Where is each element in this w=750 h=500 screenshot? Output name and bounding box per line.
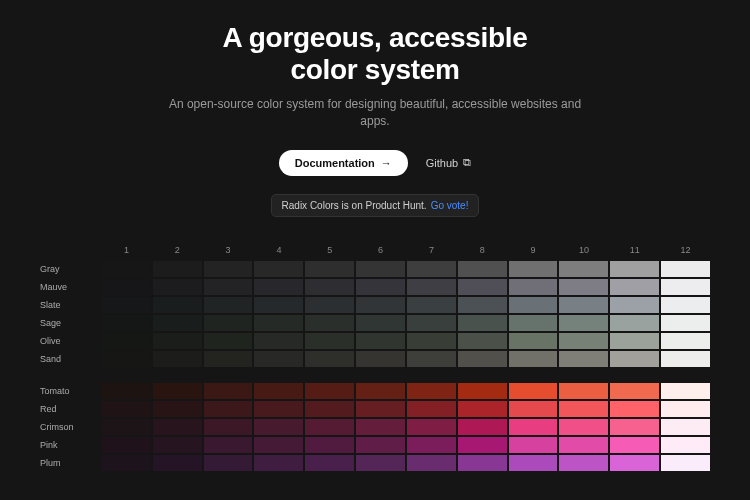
color-swatch[interactable] <box>559 419 608 435</box>
color-swatch[interactable] <box>509 297 558 313</box>
github-button[interactable]: Github ⧉ <box>426 156 471 169</box>
color-swatch[interactable] <box>153 333 202 349</box>
color-swatch[interactable] <box>661 261 710 277</box>
color-swatch[interactable] <box>204 419 253 435</box>
color-swatch[interactable] <box>407 401 456 417</box>
color-swatch[interactable] <box>559 315 608 331</box>
color-swatch[interactable] <box>559 383 608 399</box>
color-swatch[interactable] <box>305 333 354 349</box>
color-swatch[interactable] <box>610 401 659 417</box>
color-swatch[interactable] <box>305 455 354 471</box>
color-swatch[interactable] <box>610 419 659 435</box>
color-swatch[interactable] <box>204 383 253 399</box>
color-swatch[interactable] <box>102 455 151 471</box>
color-swatch[interactable] <box>458 279 507 295</box>
color-swatch[interactable] <box>305 401 354 417</box>
color-swatch[interactable] <box>458 297 507 313</box>
color-swatch[interactable] <box>305 419 354 435</box>
color-swatch[interactable] <box>102 315 151 331</box>
color-swatch[interactable] <box>356 315 405 331</box>
color-swatch[interactable] <box>356 383 405 399</box>
color-swatch[interactable] <box>102 437 151 453</box>
color-swatch[interactable] <box>610 297 659 313</box>
color-swatch[interactable] <box>102 333 151 349</box>
color-swatch[interactable] <box>102 383 151 399</box>
color-swatch[interactable] <box>407 351 456 367</box>
color-swatch[interactable] <box>204 455 253 471</box>
color-swatch[interactable] <box>356 437 405 453</box>
color-swatch[interactable] <box>254 261 303 277</box>
color-swatch[interactable] <box>559 333 608 349</box>
color-swatch[interactable] <box>356 419 405 435</box>
color-swatch[interactable] <box>102 261 151 277</box>
color-swatch[interactable] <box>509 419 558 435</box>
color-swatch[interactable] <box>153 455 202 471</box>
color-swatch[interactable] <box>153 315 202 331</box>
color-swatch[interactable] <box>305 279 354 295</box>
color-swatch[interactable] <box>356 279 405 295</box>
color-swatch[interactable] <box>305 261 354 277</box>
color-swatch[interactable] <box>153 279 202 295</box>
color-swatch[interactable] <box>407 419 456 435</box>
color-swatch[interactable] <box>458 333 507 349</box>
color-swatch[interactable] <box>204 333 253 349</box>
color-swatch[interactable] <box>102 297 151 313</box>
color-swatch[interactable] <box>610 351 659 367</box>
color-swatch[interactable] <box>356 333 405 349</box>
color-swatch[interactable] <box>610 455 659 471</box>
color-swatch[interactable] <box>661 315 710 331</box>
color-swatch[interactable] <box>559 261 608 277</box>
color-swatch[interactable] <box>153 297 202 313</box>
color-swatch[interactable] <box>102 401 151 417</box>
color-swatch[interactable] <box>559 401 608 417</box>
color-swatch[interactable] <box>610 279 659 295</box>
color-swatch[interactable] <box>254 279 303 295</box>
go-vote-link[interactable]: Go vote! <box>431 200 469 211</box>
color-swatch[interactable] <box>509 351 558 367</box>
color-swatch[interactable] <box>254 315 303 331</box>
documentation-button[interactable]: Documentation → <box>279 150 408 176</box>
color-swatch[interactable] <box>356 351 405 367</box>
color-swatch[interactable] <box>102 279 151 295</box>
color-swatch[interactable] <box>204 279 253 295</box>
color-swatch[interactable] <box>559 297 608 313</box>
color-swatch[interactable] <box>610 333 659 349</box>
color-swatch[interactable] <box>458 261 507 277</box>
color-swatch[interactable] <box>610 437 659 453</box>
color-swatch[interactable] <box>407 315 456 331</box>
color-swatch[interactable] <box>661 333 710 349</box>
color-swatch[interactable] <box>305 297 354 313</box>
color-swatch[interactable] <box>356 401 405 417</box>
color-swatch[interactable] <box>610 315 659 331</box>
color-swatch[interactable] <box>661 455 710 471</box>
color-swatch[interactable] <box>407 279 456 295</box>
color-swatch[interactable] <box>509 437 558 453</box>
color-swatch[interactable] <box>356 455 405 471</box>
color-swatch[interactable] <box>458 437 507 453</box>
color-swatch[interactable] <box>661 401 710 417</box>
color-swatch[interactable] <box>153 437 202 453</box>
color-swatch[interactable] <box>204 315 253 331</box>
color-swatch[interactable] <box>254 401 303 417</box>
color-swatch[interactable] <box>407 455 456 471</box>
color-swatch[interactable] <box>356 297 405 313</box>
color-swatch[interactable] <box>102 351 151 367</box>
color-swatch[interactable] <box>407 333 456 349</box>
color-swatch[interactable] <box>509 455 558 471</box>
color-swatch[interactable] <box>661 383 710 399</box>
color-swatch[interactable] <box>509 333 558 349</box>
color-swatch[interactable] <box>305 351 354 367</box>
color-swatch[interactable] <box>204 297 253 313</box>
color-swatch[interactable] <box>610 261 659 277</box>
color-swatch[interactable] <box>458 455 507 471</box>
color-swatch[interactable] <box>610 383 659 399</box>
color-swatch[interactable] <box>458 315 507 331</box>
color-swatch[interactable] <box>254 333 303 349</box>
color-swatch[interactable] <box>559 455 608 471</box>
color-swatch[interactable] <box>458 351 507 367</box>
color-swatch[interactable] <box>254 419 303 435</box>
color-swatch[interactable] <box>305 315 354 331</box>
color-swatch[interactable] <box>153 383 202 399</box>
color-swatch[interactable] <box>153 419 202 435</box>
color-swatch[interactable] <box>254 351 303 367</box>
